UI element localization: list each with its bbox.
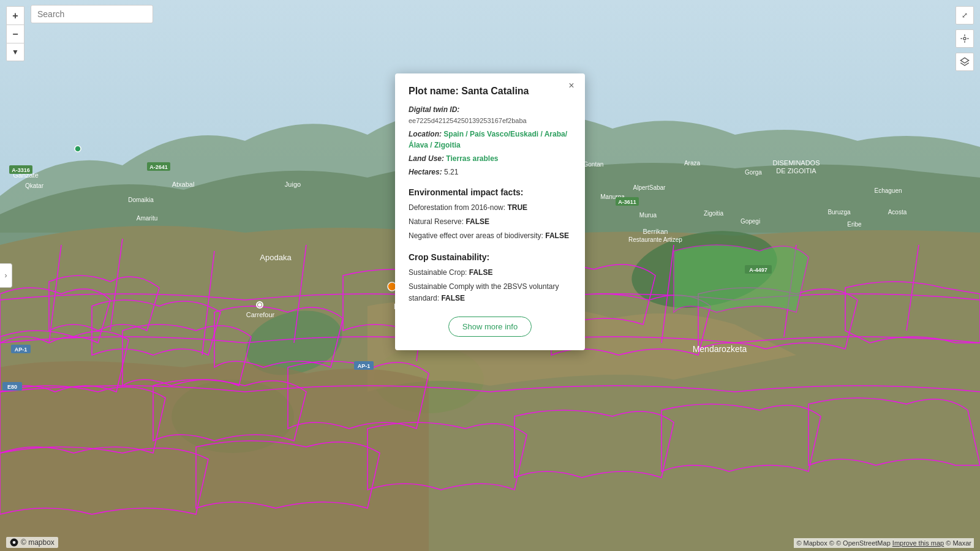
location-field: Location: Spain / País Vasco/Euskadi / A…	[409, 129, 571, 151]
map-controls-right: ⤢	[956, 6, 974, 71]
svg-text:DE ZIGOITIA: DE ZIGOITIA	[776, 167, 816, 174]
svg-text:DISEMINADOS: DISEMINADOS	[772, 159, 820, 167]
standard-field: Sustainable Comply with the 2BSVS volunt…	[409, 281, 571, 304]
svg-text:Juigo: Juigo	[285, 181, 301, 188]
natural-reserve-value: FALSE	[466, 217, 489, 226]
hectares-value: 5.21	[444, 168, 458, 176]
zoom-in-button[interactable]: +	[6, 6, 24, 24]
svg-text:Acosta: Acosta	[888, 209, 907, 216]
natural-reserve-label: Natural Reserve:	[409, 217, 464, 226]
deforestation-label: Deforestation from 2016-now:	[409, 203, 505, 212]
geolocate-button[interactable]	[956, 29, 974, 48]
mapbox-logo-text: © mapbox	[21, 538, 55, 547]
svg-point-76	[13, 541, 16, 544]
svg-marker-74	[960, 58, 968, 63]
show-more-button[interactable]: Show more info	[448, 317, 532, 337]
svg-text:AP-1: AP-1	[358, 363, 371, 369]
osm-attr: ©	[829, 539, 836, 547]
biodiversity-field: Negative effect over areas of biodiversi…	[409, 230, 571, 242]
maxar-attr-text: © Maxar	[946, 539, 971, 547]
deforestation-field: Deforestation from 2016-now: TRUE	[409, 202, 571, 214]
digital-twin-field: Digital twin ID: ee7225d4212542501392531…	[409, 104, 571, 126]
svg-text:A-3316: A-3316	[12, 167, 30, 173]
popup-close-button[interactable]: ×	[565, 80, 578, 92]
svg-text:A-3611: A-3611	[618, 199, 636, 205]
svg-text:Zigoitia: Zigoitia	[704, 210, 724, 217]
svg-text:Restaurante Artizep: Restaurante Artizep	[628, 236, 682, 243]
standard-value: FALSE	[441, 294, 465, 302]
svg-point-69	[963, 37, 966, 40]
chevron-right-icon: ›	[5, 271, 7, 280]
svg-text:Buruzga: Buruzga	[827, 209, 851, 216]
mapbox-icon	[10, 538, 18, 547]
fullscreen-button[interactable]: ⤢	[956, 6, 974, 24]
svg-text:Atxabal: Atxabal	[172, 181, 195, 188]
svg-text:Qkatar: Qkatar	[25, 182, 44, 189]
search-container	[31, 5, 153, 23]
hectares-field: Hectares: 5.21	[409, 167, 571, 178]
crop-section-title: Crop Sustainability:	[409, 252, 571, 262]
sidebar-toggle[interactable]: ›	[0, 263, 12, 288]
compass-button[interactable]: ▼	[6, 43, 24, 61]
mapbox-attr: © Mapbox	[796, 539, 827, 547]
svg-text:Carrefour: Carrefour	[246, 311, 275, 318]
land-use-label: Land Use:	[409, 154, 444, 163]
svg-text:Echaguen: Echaguen	[874, 187, 902, 194]
standard-label: Sustainable Comply with the 2BSVS volunt…	[409, 282, 559, 302]
digital-twin-value: ee7225d421254250139253167ef2baba	[409, 117, 527, 124]
svg-point-14	[75, 146, 81, 152]
svg-text:Araza: Araza	[684, 160, 701, 167]
digital-twin-label: Digital twin ID:	[409, 105, 459, 114]
svg-text:A-4497: A-4497	[749, 267, 767, 273]
mapbox-logo: © mapbox	[6, 537, 58, 548]
svg-text:AlpertSabar: AlpertSabar	[633, 184, 666, 191]
land-use-value: Tierras arables	[446, 154, 498, 163]
env-section-title: Environmental impact facts:	[409, 187, 571, 197]
zoom-out-button[interactable]: −	[6, 24, 24, 43]
svg-text:Apodaka: Apodaka	[260, 253, 292, 262]
search-input[interactable]	[31, 5, 153, 23]
svg-text:Gopegi: Gopegi	[741, 218, 760, 225]
layers-button[interactable]	[956, 53, 974, 71]
biodiversity-value: FALSE	[545, 231, 569, 240]
sustainable-crop-value: FALSE	[469, 268, 493, 277]
svg-text:Amaritu: Amaritu	[137, 215, 157, 222]
sustainable-crop-field: Sustainable Crop: FALSE	[409, 267, 571, 279]
svg-text:A-2641: A-2641	[149, 164, 168, 170]
svg-text:Berrikan: Berrikan	[643, 228, 668, 235]
svg-text:Murua: Murua	[639, 212, 657, 219]
location-label: Location:	[409, 130, 442, 138]
svg-point-16	[258, 303, 262, 307]
hectares-label: Hectares:	[409, 168, 442, 176]
svg-text:Domaikia: Domaikia	[128, 197, 154, 203]
land-use-field: Land Use: Tierras arables	[409, 153, 571, 164]
biodiversity-label: Negative effect over areas of biodiversi…	[409, 231, 543, 240]
osm-attr-text: © OpenStreetMap	[836, 539, 891, 547]
sustainable-crop-label: Sustainable Crop:	[409, 268, 467, 277]
improve-attr[interactable]: Improve this map	[892, 539, 944, 547]
map-attribution: © Mapbox © © OpenStreetMap Improve this …	[794, 538, 974, 548]
svg-text:E80: E80	[7, 384, 17, 390]
svg-text:Eribe: Eribe	[847, 221, 862, 228]
svg-text:AP-1: AP-1	[15, 347, 28, 353]
deforestation-value: TRUE	[507, 203, 527, 212]
zoom-controls: + − ▼	[6, 6, 24, 61]
svg-text:Gorga: Gorga	[745, 169, 762, 176]
plot-info-popup: × Plot name: Santa Catalina Digital twin…	[395, 73, 585, 350]
natural-reserve-field: Natural Reserve: FALSE	[409, 216, 571, 228]
popup-title: Plot name: Santa Catalina	[409, 86, 571, 97]
svg-text:Mendarozketa: Mendarozketa	[693, 344, 747, 354]
